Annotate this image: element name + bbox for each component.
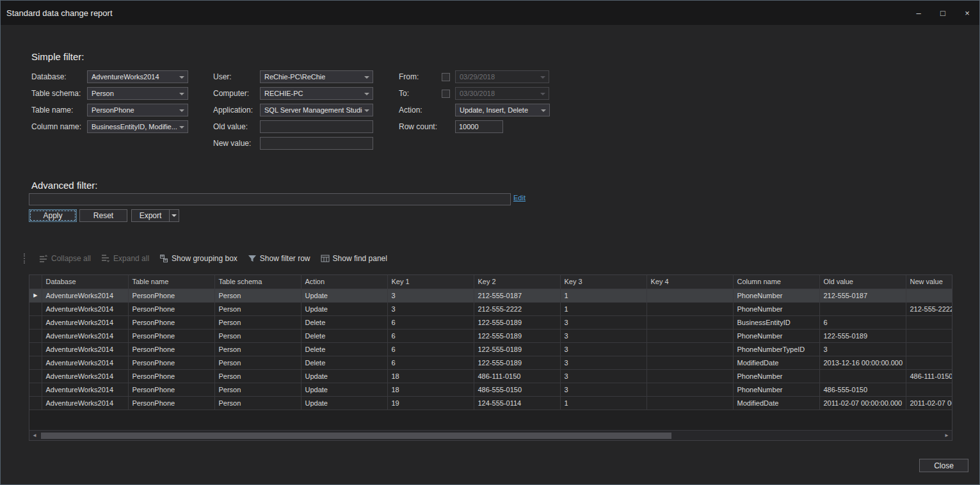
column-header[interactable]: Table name [128,275,214,289]
grid-cell[interactable]: AdventureWorks2014 [42,315,128,329]
reset-button[interactable]: Reset [79,209,127,222]
table-row[interactable]: AdventureWorks2014PersonPhonePersonDelet… [29,329,952,342]
grid-cell[interactable]: 2011-02-07 00:00:00.000 [819,396,906,409]
grid-cell[interactable]: 19 [387,396,474,409]
grid-cell[interactable]: Update [301,289,387,302]
export-button[interactable]: Export [131,209,169,222]
grid-cell[interactable]: Person [214,383,301,396]
horizontal-scrollbar[interactable]: ◄ ► [29,430,952,440]
scroll-right-icon[interactable]: ► [942,431,952,441]
grid-cell[interactable]: 122-555-0189 [474,315,560,329]
table-row[interactable]: AdventureWorks2014PersonPhonePersonUpdat… [29,396,952,409]
grid-cell[interactable]: 486-111-0150 [906,369,952,383]
grid-cell[interactable]: PersonPhone [128,383,214,396]
grid-cell[interactable]: Person [214,342,301,356]
grid-cell[interactable]: PhoneNumber [733,383,819,396]
grid-cell[interactable]: 122-555-0189 [474,356,560,369]
grid-cell[interactable]: AdventureWorks2014 [42,369,128,383]
table-row[interactable]: ▶AdventureWorks2014PersonPhonePersonUpda… [29,289,952,302]
grid-cell[interactable] [647,302,733,315]
grid-cell[interactable]: 212-555-0187 [474,289,560,302]
grid-cell[interactable] [647,329,733,342]
scrollbar-thumb[interactable] [41,433,671,439]
application-dropdown[interactable]: SQL Server Management Studio [260,104,373,116]
grid-cell[interactable]: 6 [387,342,474,356]
grid-cell[interactable]: Update [301,396,387,409]
grid-cell[interactable]: PersonPhone [128,289,214,302]
grid-cell[interactable]: Delete [301,315,387,329]
grid-cell[interactable]: AdventureWorks2014 [42,383,128,396]
advanced-filter-input[interactable] [29,193,511,205]
grid-cell[interactable] [647,289,733,302]
grid-cell[interactable]: 122-555-0189 [474,329,560,342]
grid-cell[interactable] [647,342,733,356]
export-dropdown-button[interactable] [169,209,179,222]
computer-dropdown[interactable]: RECHIE-PC [260,87,373,100]
column-header[interactable]: Database [42,275,128,289]
grid-cell[interactable]: Update [301,383,387,396]
grid-cell[interactable]: PhoneNumber [733,289,819,302]
grid-cell[interactable]: Person [214,329,301,342]
grid-cell[interactable]: 3 [560,329,647,342]
grid-cell[interactable]: 6 [819,315,906,329]
table-row[interactable]: AdventureWorks2014PersonPhonePersonUpdat… [29,383,952,396]
column-name-dropdown[interactable]: BusinessEntityID, Modifie... [87,120,188,133]
grid-cell[interactable]: 6 [387,329,474,342]
show-find-panel-button[interactable]: Show find panel [321,254,387,263]
grid-cell[interactable]: Person [214,356,301,369]
apply-button[interactable]: Apply [29,209,77,222]
grid-cell[interactable] [647,383,733,396]
table-row[interactable]: AdventureWorks2014PersonPhonePersonDelet… [29,315,952,329]
grid-cell[interactable] [906,329,952,342]
grid-cell[interactable] [906,315,952,329]
grid-cell[interactable]: 18 [387,369,474,383]
grid-cell[interactable]: AdventureWorks2014 [42,356,128,369]
grid-cell[interactable]: ModifiedDate [733,356,819,369]
grid-cell[interactable]: PersonPhone [128,369,214,383]
toolbar-drag-handle[interactable] [24,253,26,264]
grid-cell[interactable]: 486-555-0150 [474,383,560,396]
table-row[interactable]: AdventureWorks2014PersonPhonePersonDelet… [29,356,952,369]
to-checkbox[interactable] [442,90,450,98]
edit-link[interactable]: Edit [513,194,526,202]
grid-cell[interactable]: 486-555-0150 [819,383,906,396]
grid-cell[interactable]: 124-555-0114 [474,396,560,409]
grid-cell[interactable]: 3 [387,302,474,315]
from-checkbox[interactable] [442,73,450,81]
show-grouping-box-button[interactable]: Show grouping box [159,254,237,263]
table-name-dropdown[interactable]: PersonPhone [87,104,188,116]
table-schema-dropdown[interactable]: Person [87,87,188,100]
new-value-input[interactable] [260,137,373,150]
grid-cell[interactable]: AdventureWorks2014 [42,396,128,409]
column-header[interactable]: Action [301,275,387,289]
grid-cell[interactable]: PhoneNumber [733,302,819,315]
grid-cell[interactable]: Person [214,289,301,302]
grid-cell[interactable]: 1 [560,302,647,315]
row-count-input[interactable] [455,120,503,133]
grid-cell[interactable]: AdventureWorks2014 [42,342,128,356]
grid-cell[interactable]: 3 [387,289,474,302]
grid-cell[interactable]: PhoneNumberTypeID [733,342,819,356]
grid-cell[interactable]: 18 [387,383,474,396]
grid-cell[interactable]: 6 [387,356,474,369]
grid-cell[interactable]: AdventureWorks2014 [42,329,128,342]
grid-cell[interactable]: PersonPhone [128,356,214,369]
show-filter-row-button[interactable]: Show filter row [248,254,310,263]
close-button[interactable]: Close [919,459,968,472]
grid-cell[interactable]: 2011-02-07 00:00:00.000 [906,396,952,409]
grid-cell[interactable]: Update [301,369,387,383]
old-value-input[interactable] [260,120,373,133]
grid-cell[interactable] [647,315,733,329]
close-window-button[interactable]: × [955,1,979,25]
grid-cell[interactable]: PersonPhone [128,302,214,315]
column-header[interactable]: Key 4 [647,275,733,289]
grid-cell[interactable] [906,383,952,396]
grid-cell[interactable]: Delete [301,329,387,342]
grid-cell[interactable]: PersonPhone [128,315,214,329]
grid-cell[interactable]: PhoneNumber [733,329,819,342]
grid-cell[interactable]: 3 [560,342,647,356]
grid-cell[interactable]: 3 [560,356,647,369]
grid-cell[interactable]: Person [214,396,301,409]
database-dropdown[interactable]: AdventureWorks2014 [87,70,188,83]
grid-cell[interactable]: 122-555-0189 [819,329,906,342]
